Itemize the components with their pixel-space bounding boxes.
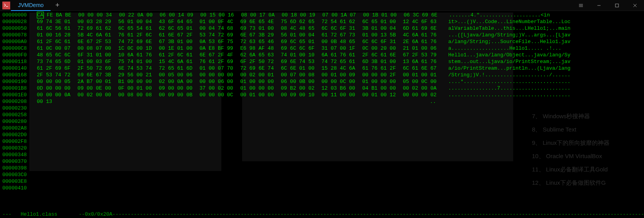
offset: 000000C8	[2, 45, 37, 52]
offset: 000001E0	[2, 92, 37, 98]
maximize-button[interactable]	[608, 0, 626, 11]
hex-row: 0000011873 74 65 6D01 00 03 6F75 74 01 0…	[2, 58, 642, 65]
ascii-column: a...................Hello1..... .!...	[448, 45, 561, 52]
ascii-column: it>...()V...Code...LineNumberTable...Loc	[448, 18, 570, 25]
window-controls	[572, 0, 644, 11]
hex-row: 000001B80D 00 00 0009 00 0E 000F 00 01 0…	[2, 85, 642, 92]
status-bar: --- Hello1.class --0x0/0x20A------------…	[0, 211, 644, 218]
hex-bytes	[37, 125, 443, 132]
ascii-column: /String;)V.!...................../......	[448, 72, 570, 78]
hex-bytes	[37, 151, 443, 158]
hex-row: 000002F8	[2, 138, 642, 145]
hex-bytes: 73 74 65 6D01 00 03 6F75 74 01 0015 4C 6…	[37, 58, 443, 65]
hex-row: 0000005061 6C 56 6172 69 61 626C 65 54 6…	[2, 25, 642, 32]
ascii-column: ................7.......................	[448, 85, 570, 92]
offset: 00000078	[2, 32, 37, 38]
hex-row: 000002D0	[2, 132, 642, 138]
tab-jvmdemo[interactable]: JVMDemo	[11, 0, 51, 11]
hex-row: 00000398	[2, 165, 642, 171]
ascii-column: Hello1...java/lang/Object...java/lang/Sy	[448, 52, 570, 58]
hex-bytes	[37, 158, 443, 165]
hex-row: 00000410	[2, 185, 642, 191]
offset: 00000280	[2, 118, 37, 125]
hex-row: 00000230	[2, 105, 642, 112]
hex-bytes: 0D 00 00 0009 00 0E 000F 00 01 0009 00 0…	[37, 85, 443, 92]
hex-bytes	[37, 171, 443, 178]
hex-row: 000003E8	[2, 178, 642, 185]
hex-row: 0000019000 00 00 052A B7 00 01B1 00 00 0…	[2, 78, 642, 85]
offset: 000000F0	[2, 52, 37, 58]
ascii-column: a/lang/String;...SourceFile...Hello1.jav	[448, 38, 570, 45]
hex-bytes	[37, 145, 443, 151]
offset: 00000028	[2, 18, 37, 25]
offset: 000002F8	[2, 138, 37, 145]
hex-bytes: 2F 53 74 7269 6E 67 3B29 56 00 2100 05 0…	[37, 72, 443, 78]
ascii-column: ..	[430, 98, 436, 105]
hex-bytes	[37, 132, 443, 138]
hex-bytes: 61 6C 56 6172 69 61 626C 65 54 6162 6C 6…	[37, 25, 443, 32]
hex-row: 0000007801 00 16 285B 4C 6A 6176 61 2F 6…	[2, 32, 642, 38]
offset: 00000118	[2, 58, 37, 65]
ascii-column: ....*...................................	[448, 78, 570, 85]
hex-row: 00000000CA FE BA BE00 00 00 3400 22 0A 0…	[2, 12, 642, 18]
hex-row: 000000F048 65 6C 6C6F 31 01 0010 6A 61 7…	[2, 52, 642, 58]
svg-rect-0	[615, 4, 619, 7]
hex-row: 0000020800 13 ..	[2, 98, 642, 105]
offset: 00000258	[2, 112, 37, 118]
offset: 000002A8	[2, 125, 37, 132]
hex-bytes: 00 13	[37, 98, 425, 105]
offset: 000003E8	[2, 178, 37, 185]
hex-row: 00000348	[2, 151, 642, 158]
hex-row: 0000014061 2F 69 6F2F 50 72 696E 74 53 7…	[2, 65, 642, 72]
offset: 000002D0	[2, 132, 37, 138]
hex-bytes	[37, 138, 443, 145]
offset: 00000398	[2, 165, 37, 171]
offset: 00000140	[2, 65, 37, 72]
hex-bytes	[37, 118, 443, 125]
hex-bytes: 48 65 6C 6C6F 31 01 0010 6A 61 7661 2F 6…	[37, 52, 443, 58]
ascii-column: a/io/PrintStream...println...(Ljava/lang	[448, 65, 570, 72]
ascii-column: ...([Ljava/lang/String;)V...args...[Ljav	[448, 32, 570, 38]
menu-button[interactable]	[572, 0, 590, 11]
terminal-icon	[2, 2, 10, 9]
offset: 00000348	[2, 151, 37, 158]
hex-bytes: CA FE BA BE00 00 00 3400 22 0A 0006 00 1…	[37, 12, 444, 18]
hex-row: 000001682F 53 74 7269 6E 67 3B29 56 00 2…	[2, 72, 642, 78]
hex-row: 000002A8	[2, 125, 642, 132]
offset: 00000370	[2, 158, 37, 165]
minimize-button[interactable]	[590, 0, 608, 11]
hex-bytes	[37, 185, 443, 191]
offset: 00000050	[2, 25, 37, 32]
ascii-column: stem...out...Ljava/io/PrintStream;...jav	[448, 58, 570, 65]
offset: 00000230	[2, 105, 37, 112]
offset: 000003C0	[2, 171, 37, 178]
offset: 00000410	[2, 185, 37, 191]
hex-row: 000000A061 2F 6C 616E 67 2F 5374 72 69 6…	[2, 38, 642, 45]
add-tab-button[interactable]: +	[51, 0, 64, 11]
hex-bytes: 01 00 16 285B 4C 6A 6176 61 2F 6C61 6E 6…	[37, 32, 443, 38]
hex-row: 000001E000 00 00 0A00 02 00 0000 08 00 0…	[2, 92, 642, 98]
cursor: CA	[37, 12, 44, 18]
hex-viewer[interactable]: 00000000CA FE BA BE00 00 00 3400 22 0A 0…	[0, 11, 644, 192]
hex-bytes: 61 0C 00 0700 08 07 001C 0C 00 1D00 1E 0…	[37, 45, 443, 52]
offset: 00000000	[2, 12, 37, 18]
titlebar: JVMDemo +	[0, 0, 644, 11]
hex-bytes	[37, 105, 443, 112]
hex-row: 000003C0	[2, 171, 642, 178]
hex-bytes	[37, 112, 443, 118]
offset: 00000168	[2, 72, 37, 78]
offset: 00000320	[2, 145, 37, 151]
hex-row: 0000002869 74 3E 0100 03 28 2956 01 00 0…	[2, 18, 642, 25]
hex-row: 00000320	[2, 145, 642, 151]
hex-bytes	[37, 178, 443, 185]
hex-row: 00000280	[2, 118, 642, 125]
close-button[interactable]	[626, 0, 644, 11]
ascii-column: .......4."....................<in	[449, 12, 550, 18]
hex-row: 00000370	[2, 158, 642, 165]
offset: 00000190	[2, 78, 37, 85]
hex-row: 00000258	[2, 112, 642, 118]
offset: 000000A0	[2, 38, 37, 45]
hex-bytes: 61 2F 6C 616E 67 2F 5374 72 69 6E67 3B 0…	[37, 38, 443, 45]
hex-bytes: 00 00 00 0A00 02 00 0000 08 00 0800 09 0…	[37, 92, 443, 98]
hex-bytes: 00 00 00 052A B7 00 01B1 00 00 0002 00 0…	[37, 78, 443, 85]
